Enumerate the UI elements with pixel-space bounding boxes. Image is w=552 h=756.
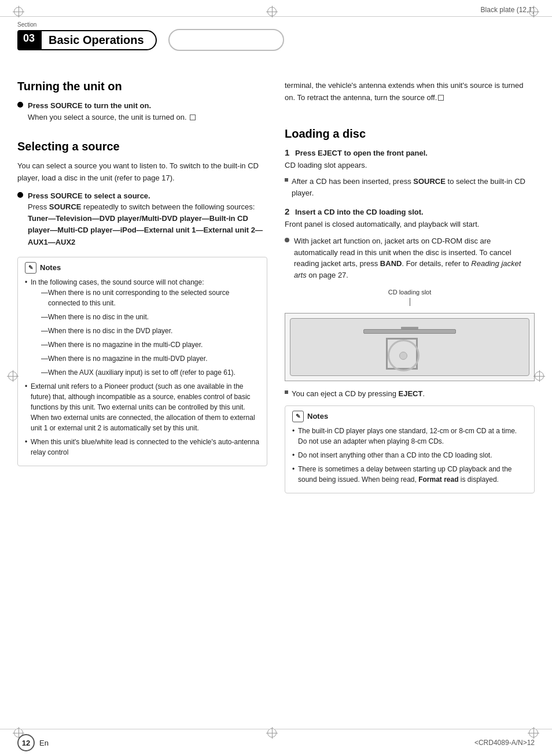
loading-disc-section: Loading a disc 1 Press EJECT to open the… [285,127,535,493]
page-footer: 12 En <CRD4089-A/N>12 [0,729,552,756]
note-dash-6: When the AUX (auxiliary input) is set to… [36,367,260,378]
notes-header-disc: ✎ Notes [292,411,527,422]
cd-center-hole [399,352,407,360]
footer-lang: En [39,739,49,747]
cd-diagram [285,313,535,381]
small-square-icon-2 [438,95,444,101]
step1-body: CD loading slot appears. [285,160,535,172]
turning-on-heading: Turning the unit on [17,80,267,93]
disc-note-2: Do not insert anything other than a CD i… [292,450,527,460]
step2-body: Front panel is closed automatically, and… [285,219,535,231]
source-select-bullet-text: Press SOURCE to select a source. Press S… [28,190,267,249]
notes-list-disc: The built-in CD player plays one standar… [292,426,527,485]
bullet-dot-3 [285,238,289,242]
crosshair-top-center [266,6,278,17]
step1-note: After a CD has been inserted, press SOUR… [285,176,535,198]
cd-unit-body [290,318,529,376]
note-item-3: When this unit's blue/white lead is conn… [25,437,260,458]
cd-slot [363,329,456,334]
notes-list-source: In the following cases, the sound source… [25,277,260,458]
notes-header-source: ✎ Notes [25,262,260,274]
footer-catalog: <CRD4089-A/N>12 [474,739,535,747]
cd-slot-cap [401,327,418,329]
step1-heading: 1 Press EJECT to open the front panel. [285,147,535,157]
loading-disc-heading: Loading a disc [285,127,535,141]
turning-on-section: Turning the unit on Press SOURCE to turn… [17,80,267,123]
small-square-icon [190,115,196,120]
left-column: Turning the unit on Press SOURCE to turn… [17,68,267,493]
disc-note-1: The built-in CD player plays one standar… [292,426,527,447]
section-number: 03 [17,30,41,50]
source-sequence: Tuner—Television—DVD player/Multi-DVD pl… [28,214,263,247]
right-column: terminal, the vehicle's antenna extends … [285,68,535,493]
notes-box-disc: ✎ Notes The built-in CD player plays one… [285,405,535,493]
source-select-bullet: Press SOURCE to select a source. Press S… [17,190,267,249]
note-dash-1: When there is no unit corresponding to t… [36,287,260,308]
selecting-source-para1: You can select a source you want to list… [17,160,267,185]
disc-note-3: There is sometimes a delay between start… [292,464,527,485]
section-label: Section [17,21,535,28]
step2-heading: 2 Insert a CD into the CD loading slot. [285,206,535,216]
sq-bullet-2 [285,390,288,394]
crosshair-top-right [528,6,539,17]
selecting-source-section: Selecting a source You can select a sour… [17,140,267,466]
turning-on-bullet: Press SOURCE to turn the unit on. When y… [17,100,267,123]
turning-on-bullet-text: Press SOURCE to turn the unit on. When y… [28,100,196,123]
plate-text: Black plate (12,1) [481,6,535,14]
note-dash-4: When there is no magazine in the multi-C… [36,340,260,350]
note-dash-2: When there is no disc in the unit. [36,312,260,322]
selecting-source-heading: Selecting a source [17,140,267,153]
note-dash-5: When there is no magazine in the multi-D… [36,353,260,364]
step2-section: 2 Insert a CD into the CD loading slot. … [285,206,535,281]
step2-bullet-text: With jacket art function on, jacket arts… [294,235,535,281]
bullet-dot [17,102,23,108]
main-content: Turning the unit on Press SOURCE to turn… [0,57,552,505]
crosshair-top-left [13,6,24,17]
step2-bullet: With jacket art function on, jacket arts… [285,235,535,281]
cd-circle [386,338,418,370]
eject-note: You can eject a CD by pressing EJECT. [285,388,535,400]
note-item-1: In the following cases, the sound source… [25,277,260,378]
sq-bullet-1 [285,178,288,182]
crosshair-left-mid [7,370,19,382]
notes-icon-2: ✎ [292,411,304,422]
footer-left: 12 En [17,734,49,751]
cd-slot-label: CD loading slot [285,289,535,296]
notes-box-source: ✎ Notes In the following cases, the soun… [17,257,267,466]
section-header-pill [168,29,284,51]
section-title: Basic Operations [41,30,157,50]
notes-icon: ✎ [25,262,36,274]
note-dash-3: When there is no disc in the DVD player. [36,326,260,336]
note-item-2: External unit refers to a Pioneer produc… [25,381,260,433]
bullet-dot-2 [17,192,23,198]
cd-arrow [285,298,535,306]
page-number: 12 [17,734,35,751]
crosshair-right-mid [533,370,545,382]
antenna-para: terminal, the vehicle's antenna extends … [285,80,535,104]
cd-diagram-wrapper: CD loading slot [285,289,535,381]
note-sub-list: When there is no unit corresponding to t… [31,287,260,378]
step1-section: 1 Press EJECT to open the front panel. C… [285,147,535,199]
